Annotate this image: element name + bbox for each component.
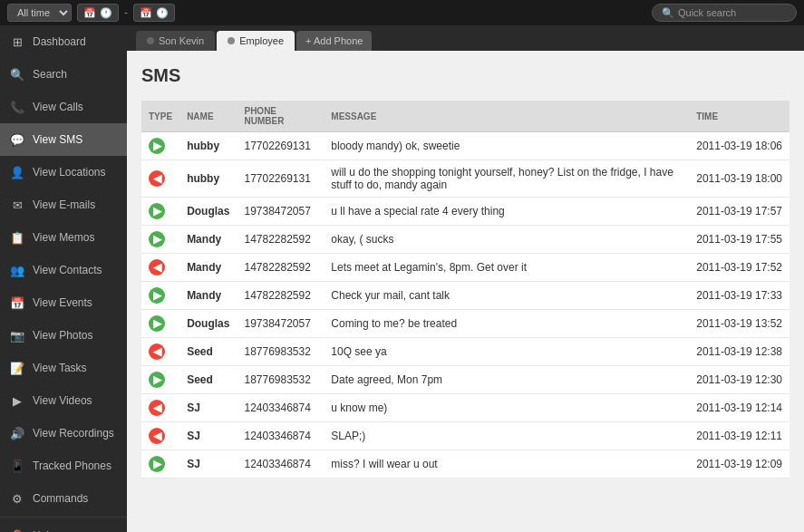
- cell-time-8: 2011-03-19 12:30: [689, 366, 789, 394]
- col-header-name: NAME: [179, 101, 237, 132]
- sidebar-label-tasks: View Tasks: [33, 362, 87, 374]
- tab-label-employee: Employee: [239, 35, 284, 46]
- sidebar-label-photos: View Photos: [33, 329, 93, 342]
- emails-icon: ✉: [9, 197, 25, 213]
- sidebar-item-view-videos[interactable]: ▶ View Videos: [0, 384, 127, 417]
- sidebar-label-events: View Events: [33, 296, 92, 309]
- calendar-icon-2: 📅: [140, 7, 152, 19]
- tab-dot-employee: [228, 37, 235, 44]
- type-icon-3: ▶: [149, 231, 165, 247]
- tasks-icon: 📝: [9, 360, 25, 376]
- top-bar: All time 📅 🕐 - 📅 🕐 🔍 Quick search: [0, 0, 804, 25]
- cell-name-0: hubby: [179, 132, 237, 160]
- clock-icon: 🕐: [100, 7, 112, 19]
- tab-son-kevin[interactable]: Son Kevin: [136, 31, 215, 51]
- sidebar-item-view-memos[interactable]: 📋 View Memos: [0, 221, 127, 254]
- search-icon: 🔍: [662, 7, 674, 19]
- sidebar-item-view-emails[interactable]: ✉ View E-mails: [0, 189, 127, 221]
- cell-name-3: Mandy: [179, 226, 237, 254]
- tracked-phones-icon: 📱: [9, 458, 25, 474]
- table-row[interactable]: ▶ Douglas 19738472057 Coming to me? be t…: [141, 310, 789, 338]
- main-layout: ⊞ Dashboard 🔍 Search 📞 View Calls 💬 View…: [0, 25, 804, 532]
- cell-name-6: Douglas: [179, 310, 237, 338]
- cell-message-11: miss? I will wear u out: [324, 450, 689, 479]
- sidebar-item-view-locations[interactable]: 👤 View Locations: [0, 156, 127, 189]
- cell-time-0: 2011-03-19 18:06: [689, 132, 789, 160]
- cell-name-1: hubby: [179, 160, 237, 198]
- table-row[interactable]: ◀ SJ 12403346874 u know me) 2011-03-19 1…: [141, 394, 789, 422]
- type-icon-7: ◀: [149, 343, 165, 360]
- sidebar-item-view-contacts[interactable]: 👥 View Contacts: [0, 254, 127, 286]
- col-header-time: TIME: [689, 101, 789, 132]
- table-row[interactable]: ◀ SJ 12403346874 SLAP;) 2011-03-19 12:11: [141, 422, 789, 450]
- cell-time-11: 2011-03-19 12:09: [689, 450, 789, 479]
- col-header-phone: PHONE NUMBER: [237, 101, 324, 132]
- cell-type-11: ▶: [141, 450, 179, 479]
- table-row[interactable]: ◀ hubby 17702269131 will u do the shoppi…: [141, 160, 789, 198]
- type-icon-10: ◀: [149, 428, 165, 444]
- sidebar-divider: [0, 517, 127, 517]
- tab-dot-son-kevin: [147, 37, 154, 44]
- table-row[interactable]: ◀ Seed 18776983532 10Q see ya 2011-03-19…: [141, 338, 789, 366]
- cell-message-10: SLAP;): [324, 422, 689, 450]
- cell-name-7: Seed: [179, 338, 237, 366]
- cell-message-8: Date agreed, Mon 7pm: [324, 366, 689, 394]
- cell-message-1: will u do the shopping tonight yourself,…: [324, 160, 689, 198]
- type-icon-8: ▶: [149, 372, 165, 388]
- cell-phone-9: 12403346874: [237, 394, 324, 422]
- cell-type-8: ▶: [141, 366, 179, 394]
- cell-phone-4: 14782282592: [237, 254, 324, 282]
- type-icon-4: ◀: [149, 259, 165, 276]
- cell-message-2: u ll have a special rate 4 every thing: [324, 198, 689, 226]
- cell-phone-1: 17702269131: [237, 160, 324, 198]
- cell-phone-0: 17702269131: [237, 132, 324, 160]
- sidebar-item-view-events[interactable]: 📅 View Events: [0, 286, 127, 319]
- table-row[interactable]: ▶ Mandy 14782282592 Check yur mail, cant…: [141, 282, 789, 310]
- quick-search-box[interactable]: 🔍 Quick search: [652, 4, 797, 22]
- date-from[interactable]: 📅 🕐: [77, 4, 119, 22]
- tab-employee[interactable]: Employee: [217, 31, 295, 51]
- table-row[interactable]: ▶ Douglas 19738472057 u ll have a specia…: [141, 198, 789, 226]
- sms-icon: 💬: [9, 131, 25, 148]
- time-range-select[interactable]: All time: [7, 4, 72, 22]
- tab-add-phone[interactable]: + Add Phone: [296, 31, 372, 51]
- sidebar-label-commands: Commands: [33, 492, 88, 505]
- cell-message-0: bloody mandy) ok, sweetie: [324, 132, 689, 160]
- date-separator: -: [124, 6, 128, 19]
- sidebar-label-dashboard: Dashboard: [33, 35, 86, 48]
- sidebar-item-help[interactable]: ❓ Help: [0, 519, 127, 532]
- table-row[interactable]: ▶ SJ 12403346874 miss? I will wear u out…: [141, 450, 789, 479]
- sidebar-label-memos: View Memos: [33, 231, 94, 244]
- cell-phone-8: 18776983532: [237, 366, 324, 394]
- sidebar-item-view-recordings[interactable]: 🔊 View Recordings: [0, 417, 127, 450]
- sidebar-item-view-calls[interactable]: 📞 View Calls: [0, 91, 127, 123]
- cell-type-1: ◀: [141, 160, 179, 198]
- content-area: Son Kevin Employee + Add Phone SMS TYPE …: [127, 25, 804, 532]
- sidebar-item-dashboard[interactable]: ⊞ Dashboard: [0, 25, 127, 58]
- sidebar-item-commands[interactable]: ⚙ Commands: [0, 482, 127, 515]
- dashboard-icon: ⊞: [9, 34, 25, 50]
- cell-phone-7: 18776983532: [237, 338, 324, 366]
- sidebar-item-view-sms[interactable]: 💬 View SMS: [0, 123, 127, 156]
- sidebar-label-videos: View Videos: [33, 394, 92, 407]
- table-row[interactable]: ▶ Seed 18776983532 Date agreed, Mon 7pm …: [141, 366, 789, 394]
- table-row[interactable]: ▶ hubby 17702269131 bloody mandy) ok, sw…: [141, 132, 789, 160]
- cell-name-8: Seed: [179, 366, 237, 394]
- date-to[interactable]: 📅 🕐: [133, 4, 175, 22]
- col-header-message: MESSAGE: [324, 101, 689, 132]
- table-row[interactable]: ▶ Mandy 14782282592 okay, ( sucks 2011-0…: [141, 226, 789, 254]
- cell-type-0: ▶: [141, 132, 179, 160]
- type-icon-11: ▶: [149, 456, 165, 472]
- type-icon-9: ◀: [149, 400, 165, 416]
- sidebar-item-search[interactable]: 🔍 Search: [0, 58, 127, 91]
- sidebar-item-view-photos[interactable]: 📷 View Photos: [0, 319, 127, 352]
- cell-time-3: 2011-03-19 17:55: [689, 226, 789, 254]
- sidebar-item-view-tasks[interactable]: 📝 View Tasks: [0, 352, 127, 384]
- table-row[interactable]: ◀ Mandy 14782282592 Lets meet at Legamin…: [141, 254, 789, 282]
- sidebar-item-tracked-phones[interactable]: 📱 Tracked Phones: [0, 450, 127, 482]
- cell-time-5: 2011-03-19 17:33: [689, 282, 789, 310]
- cell-time-2: 2011-03-19 17:57: [689, 198, 789, 226]
- cell-message-5: Check yur mail, cant talk: [324, 282, 689, 310]
- sms-panel: SMS TYPE NAME PHONE NUMBER MESSAGE TIME …: [127, 51, 804, 532]
- sms-table: TYPE NAME PHONE NUMBER MESSAGE TIME ▶ hu…: [141, 101, 789, 479]
